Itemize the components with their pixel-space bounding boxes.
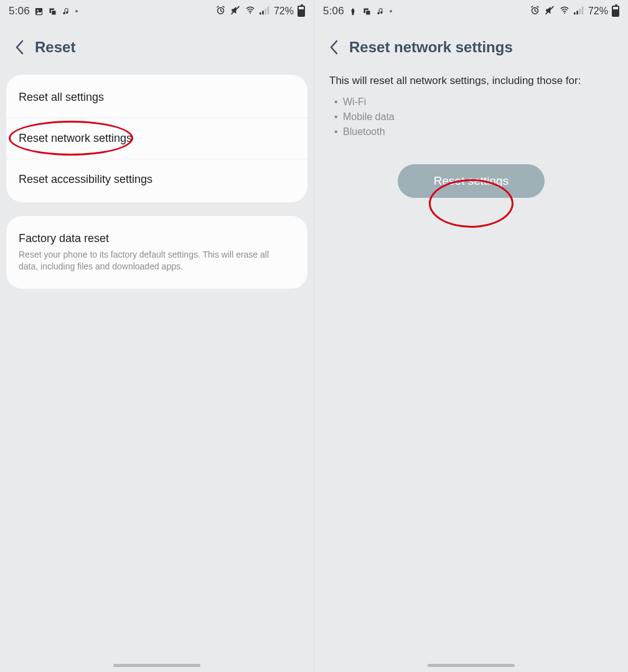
screen-reset-list: 5:06 72% xyxy=(0,0,314,672)
svg-rect-16 xyxy=(574,12,576,14)
status-time: 5:06 xyxy=(9,5,30,17)
mute-icon xyxy=(544,5,555,18)
reset-description: This will reset all network settings, in… xyxy=(314,75,628,139)
row-reset-accessibility[interactable]: Reset accessibility settings xyxy=(6,159,307,200)
svg-rect-3 xyxy=(52,10,57,15)
wifi-icon xyxy=(245,6,256,17)
back-icon[interactable] xyxy=(15,40,24,55)
copy-icon xyxy=(362,7,372,16)
music-note-icon xyxy=(62,7,71,16)
factory-card: Factory data reset Reset your phone to i… xyxy=(6,216,307,289)
svg-rect-7 xyxy=(260,12,261,14)
row-label: Reset network settings xyxy=(19,132,132,144)
list-item: Bluetooth xyxy=(343,124,613,139)
page-title: Reset xyxy=(35,39,75,56)
svg-rect-8 xyxy=(262,11,264,14)
music-note-icon xyxy=(376,7,385,16)
svg-point-1 xyxy=(37,9,39,11)
reset-items-list: Wi-Fi Mobile data Bluetooth xyxy=(329,95,613,139)
status-time: 5:06 xyxy=(323,5,344,17)
row-reset-all[interactable]: Reset all settings xyxy=(6,77,307,118)
status-more-dot xyxy=(390,10,392,12)
signal-icon xyxy=(574,6,584,17)
status-more-dot xyxy=(75,10,78,12)
app-header: Reset xyxy=(0,22,314,75)
battery-icon xyxy=(612,6,619,17)
row-label: Reset all settings xyxy=(19,91,104,103)
svg-rect-12 xyxy=(366,10,371,15)
picture-icon xyxy=(34,7,44,16)
status-bar: 5:06 72% xyxy=(314,0,628,22)
svg-rect-10 xyxy=(268,6,269,14)
app-icon xyxy=(349,7,358,16)
signal-icon xyxy=(260,6,270,17)
wifi-icon xyxy=(559,6,570,17)
list-item: Wi-Fi xyxy=(343,95,613,110)
row-sublabel: Reset your phone to its factory default … xyxy=(19,249,295,273)
svg-point-6 xyxy=(250,12,251,13)
row-label: Reset accessibility settings xyxy=(19,173,152,185)
alarm-icon xyxy=(215,5,226,18)
desc-text: This will reset all network settings, in… xyxy=(329,75,613,87)
svg-point-15 xyxy=(564,12,565,13)
row-reset-network[interactable]: Reset network settings xyxy=(6,118,307,159)
svg-rect-18 xyxy=(579,8,581,14)
battery-icon xyxy=(298,6,305,17)
mute-icon xyxy=(230,5,241,18)
reset-settings-button[interactable]: Reset settings xyxy=(398,164,545,198)
copy-icon xyxy=(48,7,57,16)
battery-percent: 72% xyxy=(274,6,294,17)
app-header: Reset network settings xyxy=(314,22,628,75)
nav-handle[interactable] xyxy=(113,664,200,667)
page-title: Reset network settings xyxy=(349,39,513,56)
svg-rect-19 xyxy=(582,6,584,14)
back-icon[interactable] xyxy=(329,40,338,55)
nav-handle[interactable] xyxy=(428,664,515,667)
button-label: Reset settings xyxy=(434,174,508,187)
alarm-icon xyxy=(530,5,540,18)
battery-percent: 72% xyxy=(588,6,608,17)
row-factory-reset[interactable]: Factory data reset Reset your phone to i… xyxy=(6,218,307,286)
row-label: Factory data reset xyxy=(19,232,109,245)
svg-rect-9 xyxy=(265,8,266,14)
screen-reset-network: 5:06 72% xyxy=(314,0,628,672)
list-item: Mobile data xyxy=(343,110,613,124)
svg-rect-17 xyxy=(576,11,578,14)
reset-card: Reset all settings Reset network setting… xyxy=(6,75,307,202)
status-bar: 5:06 72% xyxy=(0,0,314,22)
